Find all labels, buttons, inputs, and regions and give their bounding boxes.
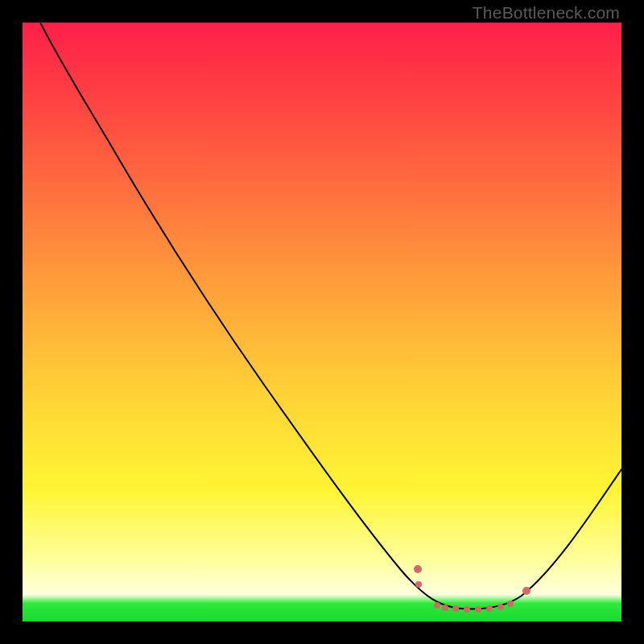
dot-9 [522, 587, 530, 595]
dot-7 [497, 604, 504, 610]
dot-5 [475, 606, 481, 613]
optimal-range-dots [414, 565, 530, 613]
dot-1b [415, 581, 422, 588]
watermark-text: TheBottleneck.com [473, 3, 620, 23]
dot-2 [434, 602, 440, 609]
gradient-plot-area [23, 23, 621, 621]
dot-2b [442, 605, 448, 611]
bottleneck-curve [40, 23, 621, 609]
dot-6 [486, 605, 493, 612]
chart-frame: TheBottleneck.com [0, 0, 644, 644]
dot-4 [464, 606, 470, 613]
dot-3 [452, 605, 459, 612]
dot-1 [414, 565, 422, 573]
curve-svg [23, 23, 621, 621]
dot-8 [507, 601, 514, 607]
